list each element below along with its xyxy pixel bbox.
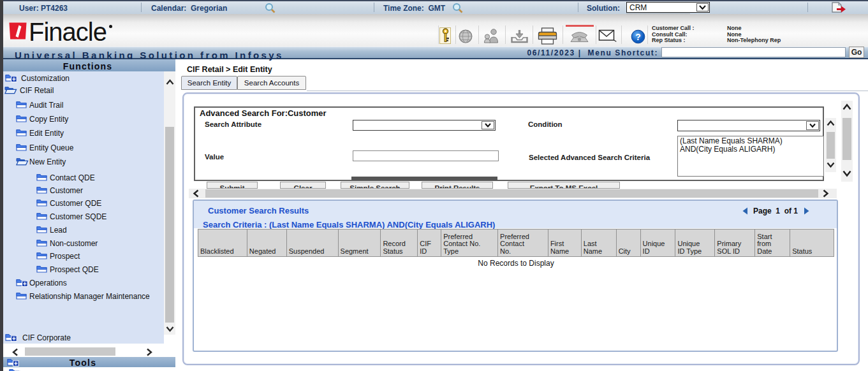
svg-text:?: ? [635, 32, 641, 42]
